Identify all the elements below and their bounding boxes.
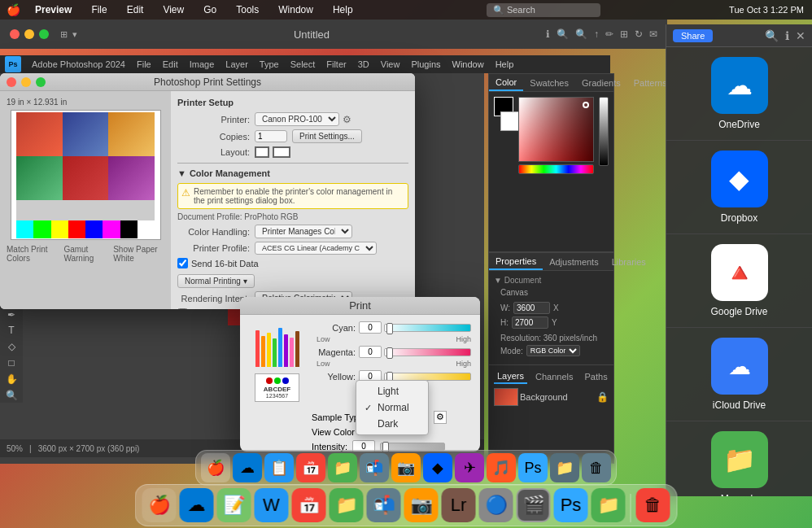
search-bar[interactable]: 🔍 Search (487, 3, 600, 17)
dock2-music[interactable]: 🎵 (487, 453, 516, 482)
menu-go[interactable]: Go (199, 2, 221, 17)
tool-pen[interactable]: ✒ (2, 308, 20, 322)
dock2-onedrive[interactable]: ☁ (233, 453, 262, 482)
intensity-slider[interactable] (380, 443, 445, 451)
dropbox-item[interactable]: ◆ Dropbox (666, 141, 812, 234)
ps-menu-layer[interactable]: Layer (220, 58, 254, 71)
maximize-button[interactable] (39, 29, 49, 39)
dock-trash[interactable]: 🗑 (636, 488, 670, 522)
tab-channels[interactable]: Channels (532, 370, 576, 383)
send-16bit-checkbox[interactable] (177, 258, 188, 268)
gamut-warning-btn[interactable]: Gamut Warning (63, 245, 107, 263)
dropdown-item-normal[interactable]: ✓ Normal (356, 399, 428, 416)
ps-menu-select[interactable]: Select (285, 58, 321, 71)
dock2-trash[interactable]: 🗑 (582, 453, 611, 482)
info-panel-icon[interactable]: ℹ (785, 29, 789, 42)
menu-view[interactable]: View (158, 2, 189, 17)
menu-help[interactable]: Help (328, 2, 358, 17)
printer-profile-select[interactable]: ACES CG Linear (Academy Color Encoding S… (255, 242, 377, 255)
dock-notes[interactable]: 📝 (217, 488, 251, 522)
color-handling-select[interactable]: Printer Manages Colors (255, 225, 352, 238)
tab-properties[interactable]: Properties (489, 254, 543, 270)
ps-menu-help[interactable]: Help (490, 58, 520, 71)
tool-path[interactable]: ◇ (2, 339, 20, 354)
dock-finder[interactable]: 🍎 (142, 488, 177, 522)
cyan-slider-thumb[interactable] (386, 323, 393, 334)
magenta-slider-track[interactable] (384, 348, 471, 356)
rotate-icon[interactable]: ↻ (635, 28, 643, 40)
sidebar-toggle-icon[interactable]: ⊞ (60, 29, 68, 40)
ps-menu-3d[interactable]: 3D (352, 58, 375, 71)
ps-menu-file[interactable]: File (131, 58, 157, 71)
share-button[interactable]: Share (673, 29, 713, 42)
ps-menu-edit[interactable]: Edit (157, 58, 184, 71)
cyan-slider-track[interactable] (384, 324, 471, 332)
apple-menu[interactable]: 🍎 (7, 3, 20, 16)
menu-edit[interactable]: Edit (122, 2, 149, 17)
dock-files[interactable]: 📁 (592, 488, 626, 522)
color-gradient-picker[interactable] (518, 97, 594, 174)
tool-shape[interactable]: □ (2, 356, 20, 370)
icloud-item[interactable]: ☁ iCloud Drive (666, 328, 812, 421)
magenta-slider-thumb[interactable] (386, 347, 393, 359)
gdrive-item[interactable]: 🔺 Google Drive (666, 234, 812, 328)
printer-settings-icon[interactable]: ⚙ (343, 114, 351, 125)
menu-tools[interactable]: Tools (231, 2, 264, 17)
dock2-folder[interactable]: 📁 (328, 453, 357, 482)
tab-color[interactable]: Color (489, 75, 523, 91)
tab-paths[interactable]: Paths (582, 370, 611, 383)
dock-ps[interactable]: Ps (554, 488, 588, 522)
dock2-airmail[interactable]: ✈ (455, 453, 484, 482)
dock-lightroom[interactable]: Lr (442, 488, 476, 522)
tab-gradients[interactable]: Gradients (575, 76, 627, 90)
sample-type-settings[interactable]: ⚙ (434, 411, 447, 424)
info-icon[interactable]: ℹ (546, 28, 550, 40)
ps-menu-filter[interactable]: Filter (321, 58, 351, 71)
dock-word[interactable]: W (255, 488, 289, 522)
dialog-maximize[interactable] (36, 77, 46, 87)
search-panel-icon[interactable]: 🔍 (765, 29, 779, 42)
close-button[interactable] (10, 29, 20, 39)
collapse-icon[interactable]: ▼ (177, 168, 186, 178)
dropdown-item-dark[interactable]: Dark (356, 416, 428, 432)
tab-swatches[interactable]: Swatches (523, 76, 575, 90)
canvas-width-input[interactable] (513, 302, 550, 314)
edit-icon[interactable]: ✏ (605, 28, 613, 40)
dock2-photos[interactable]: 📷 (391, 453, 421, 482)
ps-menu-adobe[interactable]: Adobe Photoshop 2024 (26, 58, 131, 71)
dock-calendar[interactable]: 📅 (292, 488, 326, 522)
dock-mail[interactable]: 📬 (367, 488, 401, 522)
expand-icon[interactable]: ⊞ (620, 28, 628, 40)
menu-window[interactable]: Window (273, 2, 318, 17)
ps-menu-plugins[interactable]: Plugins (405, 58, 446, 71)
dock2-dropbox[interactable]: ◆ (423, 453, 452, 482)
minimize-button[interactable] (24, 29, 34, 39)
print-settings-button[interactable]: Print Settings... (292, 129, 362, 143)
dock-folder[interactable]: 📁 (330, 488, 364, 522)
app-menu-preview[interactable]: Preview (30, 2, 76, 17)
tool-type[interactable]: T (2, 323, 20, 338)
chevron-down-icon[interactable]: ▾ (72, 29, 77, 40)
dock2-finder[interactable]: 🍎 (201, 453, 230, 482)
tab-layers[interactable]: Layers (494, 369, 527, 384)
show-paper-btn[interactable]: Show Paper White (113, 245, 164, 263)
ps-menu-window[interactable]: Window (447, 58, 490, 71)
printer-select[interactable]: Canon PRO-100 (255, 112, 339, 126)
dock-photos[interactable]: 📷 (404, 488, 439, 522)
normal-printing-btn[interactable]: Normal Printing ▾ (177, 274, 255, 288)
dialog-minimize[interactable] (21, 77, 31, 87)
dock-app11[interactable]: 🎬 (517, 488, 551, 522)
magenta-input[interactable] (359, 346, 382, 358)
dock2-files[interactable]: 📁 (550, 453, 579, 482)
dropdown-item-light[interactable]: Light (356, 383, 428, 399)
tab-libraries[interactable]: Libraries (605, 255, 653, 269)
hue-slider[interactable] (518, 164, 594, 174)
manuals-item[interactable]: 📁 Manuals (666, 421, 812, 496)
tool-zoom[interactable]: 🔍 (2, 388, 20, 403)
yellow-slider-track[interactable] (384, 373, 471, 381)
cyan-input[interactable] (359, 321, 382, 334)
dock2-calendar[interactable]: 📅 (296, 453, 325, 482)
dialog-close[interactable] (7, 77, 16, 87)
dock-onedrive[interactable]: ☁ (180, 488, 214, 522)
tool-hand[interactable]: ✋ (2, 372, 20, 386)
